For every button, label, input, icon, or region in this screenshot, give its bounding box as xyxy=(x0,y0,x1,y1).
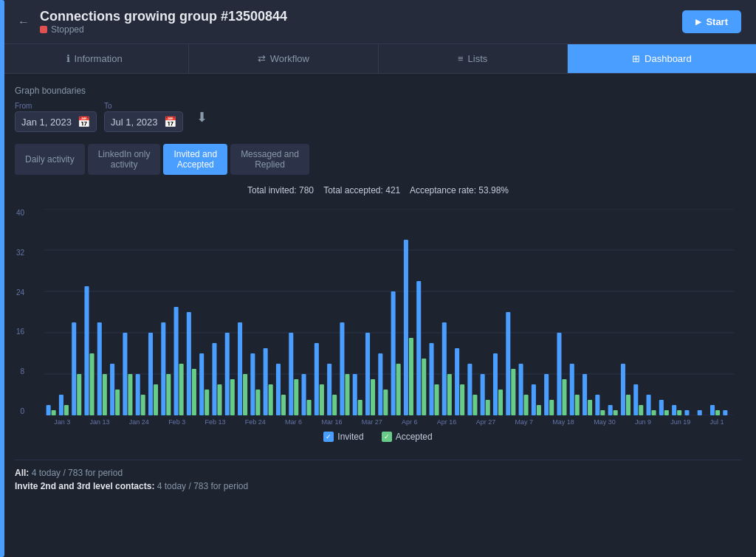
from-date-value: Jan 1, 2023 xyxy=(21,117,72,128)
svg-rect-43 xyxy=(281,395,286,415)
workflow-icon: ⇄ xyxy=(258,53,266,64)
svg-rect-58 xyxy=(378,353,382,415)
x-axis-label: Jan 24 xyxy=(129,418,149,426)
svg-rect-46 xyxy=(302,374,306,415)
svg-rect-80 xyxy=(519,364,523,415)
x-axis: Jan 3Jan 13Jan 24Feb 3Feb 13Feb 24Mar 6M… xyxy=(44,415,734,426)
svg-rect-18 xyxy=(123,333,127,415)
chart-tabs: Daily activity LinkedIn onlyactivity Inv… xyxy=(15,144,741,175)
x-axis-label: Jun 9 xyxy=(635,418,651,426)
chart-tab-messaged-replied[interactable]: Messaged andReplied xyxy=(230,144,309,175)
svg-rect-10 xyxy=(72,322,76,415)
svg-rect-9 xyxy=(64,405,69,415)
svg-rect-82 xyxy=(532,384,536,415)
tabs-bar: ℹ Information ⇄ Workflow ≡ Lists ⊞ Dashb… xyxy=(0,44,756,74)
tab-lists[interactable]: ≡ Lists xyxy=(379,44,568,73)
tab-information[interactable]: ℹ Information xyxy=(0,44,189,73)
svg-rect-16 xyxy=(110,364,114,415)
tab-workflow-label: Workflow xyxy=(270,53,309,64)
start-button[interactable]: Start xyxy=(682,10,741,33)
svg-rect-90 xyxy=(583,374,587,415)
invited-checkbox[interactable] xyxy=(323,432,334,442)
download-button[interactable]: ⬇ xyxy=(190,106,213,128)
svg-rect-77 xyxy=(498,390,503,415)
x-axis-label: Mar 6 xyxy=(285,418,302,426)
svg-rect-61 xyxy=(396,364,401,415)
chart-tab-daily[interactable]: Daily activity xyxy=(15,144,85,175)
tab-dashboard[interactable]: ⊞ Dashboard xyxy=(568,44,756,73)
from-calendar-icon: 📅 xyxy=(78,116,90,128)
to-date-input[interactable]: Jul 1, 2023 📅 xyxy=(104,111,183,132)
header: ← Connections growing group #13500844 St… xyxy=(0,0,756,44)
svg-rect-62 xyxy=(404,240,408,415)
y-axis: 40 32 24 16 8 0 xyxy=(16,209,24,415)
svg-rect-111 xyxy=(715,410,720,415)
to-calendar-icon: 📅 xyxy=(164,116,176,128)
svg-rect-20 xyxy=(136,374,140,415)
status-dot xyxy=(40,26,47,33)
svg-rect-52 xyxy=(340,322,344,415)
svg-rect-19 xyxy=(128,374,132,415)
svg-rect-55 xyxy=(358,400,362,415)
back-button[interactable]: ← xyxy=(15,13,32,32)
svg-rect-72 xyxy=(467,364,472,415)
svg-rect-74 xyxy=(481,374,485,415)
chart-tab-invited-accepted[interactable]: Invited andAccepted xyxy=(163,144,227,175)
accepted-label: Accepted xyxy=(396,432,433,442)
x-axis-label: Apr 16 xyxy=(437,418,457,426)
svg-rect-25 xyxy=(166,374,171,415)
footer-stats: All: 4 today / 783 for period Invite 2nd… xyxy=(15,460,741,491)
svg-rect-104 xyxy=(672,405,676,415)
svg-rect-11 xyxy=(77,374,81,415)
tab-dashboard-label: Dashboard xyxy=(645,53,692,64)
x-axis-label: Feb 13 xyxy=(205,418,225,426)
svg-rect-101 xyxy=(652,410,656,415)
chart-tab-linkedin[interactable]: LinkedIn onlyactivity xyxy=(88,144,161,175)
svg-rect-47 xyxy=(307,400,312,415)
from-label: From xyxy=(15,102,97,110)
svg-rect-76 xyxy=(493,353,498,415)
x-axis-label: Feb 24 xyxy=(245,418,266,426)
svg-rect-15 xyxy=(103,374,107,415)
accepted-checkbox[interactable] xyxy=(382,432,392,442)
x-axis-label: Feb 3 xyxy=(168,418,185,426)
svg-rect-31 xyxy=(205,390,209,415)
svg-rect-67 xyxy=(435,384,439,415)
svg-rect-28 xyxy=(187,312,191,415)
x-axis-label: May 30 xyxy=(594,418,616,426)
x-axis-label: May 7 xyxy=(515,418,534,426)
from-date-field: From Jan 1, 2023 📅 xyxy=(15,102,97,132)
information-icon: ℹ xyxy=(66,53,70,64)
invited-label: Invited xyxy=(337,432,363,442)
svg-rect-8 xyxy=(59,395,63,415)
x-axis-label: Jan 3 xyxy=(54,418,70,426)
to-date-field: To Jul 1, 2023 📅 xyxy=(104,102,183,132)
chart-area: 40 32 24 16 8 0 xyxy=(44,209,734,415)
svg-rect-6 xyxy=(47,405,51,415)
svg-rect-21 xyxy=(141,395,145,415)
svg-rect-13 xyxy=(90,353,94,415)
svg-rect-44 xyxy=(289,333,293,415)
svg-rect-51 xyxy=(332,395,337,415)
total-invited-label: Total invited: xyxy=(247,185,297,196)
tab-information-label: Information xyxy=(75,53,123,64)
svg-rect-54 xyxy=(353,374,357,415)
svg-rect-94 xyxy=(608,405,613,415)
svg-rect-35 xyxy=(230,379,235,415)
tab-lists-label: Lists xyxy=(468,53,488,64)
svg-rect-41 xyxy=(269,384,273,415)
total-accepted-value: 421 xyxy=(385,185,400,196)
from-date-input[interactable]: Jan 1, 2023 📅 xyxy=(15,111,97,132)
svg-rect-29 xyxy=(192,369,196,415)
svg-rect-27 xyxy=(179,364,184,415)
x-axis-label: Apr 6 xyxy=(402,418,418,426)
svg-rect-39 xyxy=(255,390,260,415)
svg-rect-110 xyxy=(710,405,715,415)
svg-rect-86 xyxy=(557,333,561,415)
svg-rect-91 xyxy=(588,400,592,415)
tab-workflow[interactable]: ⇄ Workflow xyxy=(189,44,378,73)
svg-rect-97 xyxy=(626,395,630,415)
svg-rect-81 xyxy=(524,395,529,415)
svg-rect-84 xyxy=(544,374,549,415)
graph-boundaries-label: Graph boundaries xyxy=(15,86,741,96)
